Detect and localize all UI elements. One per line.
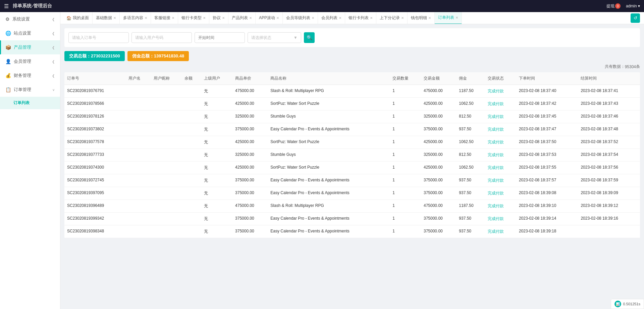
sidebar-label-order: 订单管理	[14, 87, 31, 93]
cell-order-time: 2023-02-08 18:37:57	[516, 174, 578, 187]
close-tab-order-list[interactable]: ✕	[455, 16, 458, 19]
close-tab-base-data[interactable]: ✕	[113, 16, 116, 20]
sidebar-item-member[interactable]: 👤 会员管理 ❮	[0, 54, 60, 69]
tab-member-level[interactable]: 会员等级列表 ✕	[283, 12, 318, 24]
trade-total-value: 273032231500	[91, 53, 120, 58]
cell-balance	[182, 111, 201, 123]
tab-bank-type[interactable]: 银行卡类型 ✕	[178, 12, 209, 24]
cell-amount: 375000.00	[421, 123, 456, 136]
main: 🏠 我的桌面 基础数据 ✕ 多语言内容 ✕ 客服链接 ✕ 银行卡类型	[60, 12, 644, 309]
cell-balance	[182, 149, 201, 162]
cell-commission: 937.50	[456, 187, 485, 200]
tabbar-right: ↺	[631, 13, 641, 23]
cell-parent: 无	[201, 85, 232, 98]
cell-nickname	[151, 225, 182, 238]
cell-settle-time: 2023-02-08 18:39:09	[578, 187, 640, 200]
tab-multilang[interactable]: 多语言内容 ✕	[120, 12, 151, 24]
cell-parent: 无	[201, 200, 232, 213]
cell-order-time: 2023-02-08 18:39:18	[516, 225, 578, 238]
table-row: SC23020819373802 无 375000.00 Easy Calend…	[64, 123, 640, 136]
close-tab-app-scroll[interactable]: ✕	[276, 16, 279, 20]
cell-nickname	[151, 213, 182, 225]
cell-username	[126, 187, 151, 200]
sidebar-item-order-list[interactable]: 订单列表	[0, 97, 60, 109]
close-tab-protocol[interactable]: ✕	[222, 16, 225, 20]
tab-app-scroll[interactable]: APP滚动 ✕	[256, 12, 283, 24]
user-number-input[interactable]	[131, 32, 192, 43]
sidebar-item-product[interactable]: 📦 产品管理 ❮	[0, 40, 60, 54]
tab-wallet[interactable]: 钱包明细 ✕	[408, 12, 435, 24]
sidebar-label-system: 系统设置	[12, 16, 30, 22]
trade-total-badge[interactable]: 交易总额：273032231500	[64, 51, 125, 61]
data-table: 订单号 用户名 用户昵称 余额 上级用户 商品单价 商品名称 交易数量 交易金额…	[64, 72, 640, 238]
col-order-no: 订单号	[64, 72, 126, 85]
tab-customer[interactable]: 客服链接 ✕	[151, 12, 178, 24]
close-tab-updown[interactable]: ✕	[401, 16, 404, 20]
cell-price: 375000.00	[232, 174, 268, 187]
sidebar-item-system[interactable]: ⚙ 系统设置 ❮	[0, 12, 60, 26]
sidebar-item-finance[interactable]: 💰 财务管理 ❮	[0, 69, 60, 83]
hamburger-icon[interactable]: ☰	[4, 3, 9, 9]
tab-home[interactable]: 🏠 我的桌面	[63, 12, 93, 24]
cell-order-no: SC23020819374300	[64, 162, 126, 174]
total-label: 共有数据：	[605, 64, 625, 70]
cell-parent: 无	[201, 149, 232, 162]
close-tab-product-list[interactable]: ✕	[249, 16, 252, 20]
cell-qty: 1	[390, 213, 421, 225]
commission-total-value: 1397541830.48	[154, 53, 184, 58]
sidebar-label-order-list: 订单列表	[13, 100, 30, 106]
cell-username	[126, 162, 151, 174]
cell-qty: 1	[390, 174, 421, 187]
tab-protocol[interactable]: 协议 ✕	[209, 12, 228, 24]
close-tab-wallet[interactable]: ✕	[428, 16, 431, 20]
refresh-button[interactable]: ↺	[631, 13, 640, 23]
tab-base-data[interactable]: 基础数据 ✕	[93, 12, 120, 24]
cell-price: 375000.00	[232, 123, 268, 136]
topbar: ☰ 排单系统-管理后台 提现 0 admin ▾	[0, 0, 644, 12]
cell-settle-time: 2023-02-08 18:37:56	[578, 162, 640, 174]
close-tab-member-level[interactable]: ✕	[312, 16, 314, 20]
close-tab-member-list[interactable]: ✕	[339, 16, 341, 20]
close-tab-bank-type[interactable]: ✕	[203, 16, 206, 20]
col-order-time: 下单时间	[516, 72, 578, 85]
cell-parent: 无	[201, 98, 232, 111]
sidebar-item-order[interactable]: 📋 订单管理 ∨	[0, 83, 60, 97]
cell-qty: 1	[390, 98, 421, 111]
sidebar-label-product: 产品管理	[14, 44, 31, 50]
close-tab-multilang[interactable]: ✕	[145, 16, 147, 20]
cell-username	[126, 85, 151, 98]
tab-member-list[interactable]: 会员列表 ✕	[318, 12, 345, 24]
table-row: SC23020819377578 无 425000.00 SortPuz: Wa…	[64, 136, 640, 149]
notification-button[interactable]: 提现 0	[606, 3, 621, 9]
sidebar-item-site[interactable]: 🌐 站点设置 ❮	[0, 26, 60, 40]
cell-balance	[182, 200, 201, 213]
cell-price: 425000.00	[232, 136, 268, 149]
cell-status: 完成付款	[485, 225, 516, 238]
start-date-input[interactable]	[195, 32, 245, 43]
search-button[interactable]: 🔍	[304, 32, 315, 43]
sidebar: ⚙ 系统设置 ❮ 🌐 站点设置 ❮ 📦 产品管理 ❮ 👤 会员管理 ❮ 💰 财务…	[0, 12, 60, 309]
col-parent: 上级用户	[201, 72, 232, 85]
status-select[interactable]: 请选择状态 ▼	[248, 32, 301, 43]
tab-product-list[interactable]: 产品列表 ✕	[228, 12, 256, 24]
cell-balance	[182, 225, 201, 238]
close-tab-bank-card[interactable]: ✕	[370, 16, 373, 20]
close-tab-customer[interactable]: ✕	[172, 16, 174, 20]
tab-order-list[interactable]: 订单列表 ✕	[435, 12, 462, 24]
cell-settle-time	[578, 225, 640, 238]
cell-balance	[182, 174, 201, 187]
order-number-input[interactable]	[68, 32, 129, 43]
cell-amount: 375000.00	[421, 225, 456, 238]
tab-bank-card[interactable]: 银行卡列表 ✕	[345, 12, 376, 24]
tab-updown[interactable]: 上下分记录 ✕	[376, 12, 408, 24]
table-row: SC23020819397095 无 375000.00 Easy Calend…	[64, 187, 640, 200]
commission-total-badge[interactable]: 佣金总额：1397541830.48	[127, 51, 189, 61]
search-icon: 🔍	[307, 35, 312, 40]
admin-user[interactable]: admin ▾	[626, 4, 640, 8]
cell-qty: 1	[390, 111, 421, 123]
arrow-icon-order: ∨	[52, 88, 55, 92]
topbar-left: ☰ 排单系统-管理后台	[4, 3, 52, 9]
tab-customer-label: 客服链接	[154, 15, 170, 21]
app-title: 排单系统-管理后台	[13, 3, 52, 9]
tab-order-list-label: 订单列表	[438, 15, 454, 20]
